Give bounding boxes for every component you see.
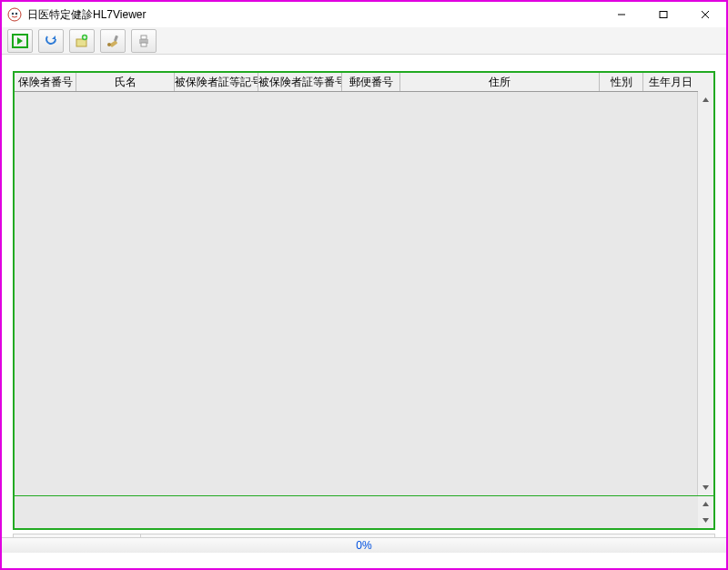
col-header-sex[interactable]: 性別 [600, 73, 643, 91]
vertical-scrollbar-upper[interactable] [698, 92, 713, 495]
col-header-postal[interactable]: 郵便番号 [342, 73, 400, 91]
grid-header-wrap: 保険者番号 氏名 被保険者証等記号 被保険者証等番号 郵便番号 住所 性別 生年… [15, 73, 713, 92]
window-title: 日医特定健診HL7Viewer [27, 7, 601, 23]
col-header-birthdate[interactable]: 生年月日 [643, 73, 698, 91]
maximize-button[interactable] [642, 2, 684, 27]
svg-rect-16 [141, 36, 147, 39]
scroll-up-icon[interactable] [698, 496, 713, 512]
app-icon [7, 7, 22, 22]
svg-rect-4 [660, 12, 667, 18]
add-button[interactable] [69, 29, 95, 53]
progress-bar: 0% [2, 537, 726, 553]
data-panel: 保険者番号 氏名 被保険者証等記号 被保険者証等番号 郵便番号 住所 性別 生年… [13, 71, 715, 530]
title-bar: 日医特定健診HL7Viewer [2, 2, 726, 27]
settings-button[interactable] [100, 29, 126, 53]
col-header-cert-symbol[interactable]: 被保険者証等記号 [175, 73, 258, 91]
svg-point-13 [107, 43, 111, 46]
status-bottom [2, 553, 726, 568]
detail-subpanel [15, 495, 713, 528]
svg-point-0 [8, 8, 21, 21]
grid-header: 保険者番号 氏名 被保険者証等記号 被保険者証等番号 郵便番号 住所 性別 生年… [15, 73, 698, 92]
grid-body-wrap [15, 92, 713, 495]
svg-rect-17 [141, 43, 147, 46]
app-window: 日医特定健診HL7Viewer [0, 0, 728, 570]
col-header-insurer-number[interactable]: 保険者番号 [15, 73, 76, 91]
client-area: 保険者番号 氏名 被保険者証等記号 被保険者証等番号 郵便番号 住所 性別 生年… [2, 55, 726, 537]
col-header-name[interactable]: 氏名 [76, 73, 175, 91]
refresh-button[interactable] [38, 29, 64, 53]
status-bars: 0% [2, 537, 726, 568]
scroll-down-icon[interactable] [698, 480, 713, 495]
svg-rect-14 [114, 35, 118, 41]
toolbar [2, 27, 726, 55]
scroll-up-icon[interactable] [698, 92, 713, 107]
svg-point-2 [15, 13, 17, 15]
vertical-scrollbar-lower[interactable] [698, 496, 713, 528]
open-button[interactable] [7, 29, 33, 53]
col-header-cert-number[interactable]: 被保険者証等番号 [258, 73, 342, 91]
svg-point-1 [12, 13, 14, 15]
print-button[interactable] [131, 29, 157, 53]
svg-rect-12 [109, 40, 117, 47]
grid-body[interactable] [15, 92, 698, 495]
col-header-address[interactable]: 住所 [400, 73, 600, 91]
detail-body[interactable] [15, 496, 698, 528]
close-button[interactable] [684, 2, 726, 27]
scroll-down-icon[interactable] [698, 513, 713, 528]
header-scroll-corner [698, 73, 713, 92]
minimize-button[interactable] [601, 2, 642, 27]
svg-rect-8 [76, 39, 86, 46]
progress-text: 0% [356, 539, 371, 552]
